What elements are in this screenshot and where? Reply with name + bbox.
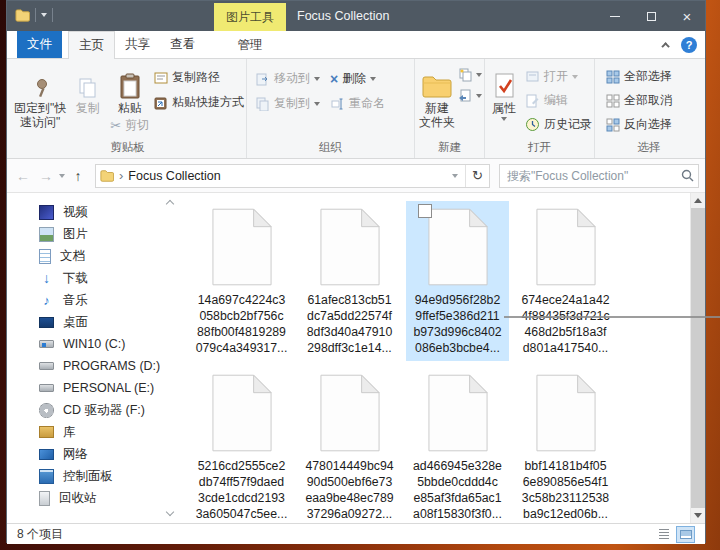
- sidebar-item-label: CD 驱动器 (F:): [63, 402, 145, 419]
- search-input[interactable]: [499, 164, 699, 188]
- open-button[interactable]: 打开: [525, 68, 592, 85]
- file-item[interactable]: 478014449bc9490d500ebf6e73eaa9be48ec7893…: [298, 367, 401, 523]
- sidebar-item-downloads[interactable]: ↓下载: [7, 267, 177, 289]
- sidebar-item-pictures[interactable]: 图片: [7, 223, 177, 245]
- file-item[interactable]: 61afec813cb51dc7a5dd22574f8df3d40a479102…: [298, 201, 401, 361]
- sidebar-item-label: WIN10 (C:): [63, 337, 126, 351]
- picture-tools-tab[interactable]: 图片工具: [214, 3, 286, 31]
- copy-to-button[interactable]: 复制到: [255, 95, 320, 112]
- maximize-button[interactable]: [633, 1, 669, 31]
- file-item[interactable]: 5216cd2555ce2db74ff57f9daed3cde1cdcd2193…: [190, 367, 293, 523]
- vertical-scrollbar[interactable]: [690, 193, 705, 523]
- sidebar-item-videos[interactable]: 视频: [7, 201, 177, 223]
- new-folder-icon: [422, 65, 452, 99]
- new-item-button[interactable]: [457, 67, 482, 82]
- scroll-down-icon[interactable]: [691, 508, 705, 523]
- sidebar-item-label: 桌面: [63, 314, 88, 331]
- sidebar-item-label: 回收站: [59, 490, 97, 507]
- sidebar-item-documents[interactable]: 文档: [7, 245, 177, 267]
- address-bar[interactable]: › Focus Collection ↻: [95, 164, 490, 188]
- cut-button[interactable]: ✂ 剪切: [110, 117, 149, 134]
- sidebar-item-music[interactable]: ♪音乐: [7, 289, 177, 311]
- paste-button[interactable]: 粘贴: [118, 62, 142, 115]
- tab-view[interactable]: 查看: [160, 31, 205, 58]
- select-all-button[interactable]: 全部选择: [605, 68, 672, 85]
- new-item-icon: [457, 67, 472, 82]
- item-count: 8 个项目: [17, 526, 63, 543]
- back-button[interactable]: ←: [13, 168, 33, 184]
- downloads-icon: ↓: [39, 271, 54, 286]
- delete-button[interactable]: × 删除: [330, 70, 385, 87]
- quick-access-toolbar: [15, 8, 53, 22]
- thumbnail-view-button[interactable]: [676, 526, 695, 543]
- invert-selection-button[interactable]: 反向选择: [605, 116, 672, 133]
- sidebar-item-drive-d[interactable]: PROGRAMS (D:): [7, 355, 177, 377]
- easy-access-icon: [457, 88, 472, 103]
- edit-button[interactable]: 编辑: [525, 92, 592, 109]
- refresh-icon[interactable]: ↻: [465, 165, 489, 187]
- sidebar-item-libraries[interactable]: 库: [7, 421, 177, 443]
- sidebar-item-cd-drive[interactable]: CD 驱动器 (F:): [7, 399, 177, 421]
- open-dropdown-icon: [572, 75, 578, 79]
- minimize-button[interactable]: [597, 1, 633, 31]
- file-item[interactable]: 14a697c4224c3058bcb2bf756c88fb00f4819289…: [190, 201, 293, 361]
- scrollbar-thumb[interactable]: [691, 208, 705, 508]
- paste-shortcut-button[interactable]: 粘贴快捷方式: [153, 94, 244, 111]
- rename-button[interactable]: 重命名: [330, 95, 385, 112]
- tab-file[interactable]: 文件: [17, 31, 62, 58]
- address-dropdown-icon[interactable]: [445, 165, 465, 187]
- sidebar-item-desktop[interactable]: 桌面: [7, 311, 177, 333]
- help-icon[interactable]: ?: [681, 37, 697, 53]
- breadcrumb[interactable]: Focus Collection: [128, 169, 220, 183]
- sidebar-item-drive-e[interactable]: PERSONAL (E:): [7, 377, 177, 399]
- sidebar-item-network[interactable]: 网络: [7, 443, 177, 465]
- scroll-up-icon[interactable]: [691, 193, 705, 208]
- copy-label: 复制: [76, 101, 100, 115]
- properties-button[interactable]: 属性: [487, 62, 521, 121]
- sidebar-item-drive-c[interactable]: WIN10 (C:): [7, 333, 177, 355]
- forward-button[interactable]: →: [36, 168, 56, 184]
- selection-checkbox[interactable]: [418, 204, 432, 218]
- tab-share[interactable]: 共享: [115, 31, 160, 58]
- file-name-line: 14a697c4224c3: [196, 292, 288, 308]
- file-name-line: 478014449bc94: [305, 458, 393, 474]
- details-view-button[interactable]: [654, 526, 673, 543]
- recycle-bin-icon: [39, 491, 50, 506]
- close-button[interactable]: ×: [669, 1, 705, 31]
- file-name-line: 3c58b23112538: [522, 490, 609, 506]
- recent-locations-icon[interactable]: [59, 174, 65, 178]
- pin-to-quick-access-button[interactable]: 固定到"快 速访问": [11, 62, 69, 129]
- easy-access-button[interactable]: [457, 88, 482, 103]
- tab-home[interactable]: 主页: [68, 31, 115, 59]
- new-folder-button[interactable]: 新建 文件夹: [417, 62, 457, 129]
- collapse-ribbon-icon[interactable]: [661, 42, 669, 50]
- file-name-line: 674ece24a1a42: [521, 292, 609, 308]
- select-none-button[interactable]: 全部取消: [605, 92, 672, 109]
- file-name-line: 94e9d956f28b2: [413, 292, 501, 308]
- up-button[interactable]: ↑: [68, 168, 88, 184]
- sidebar-scroll-down-icon[interactable]: [166, 508, 174, 516]
- documents-icon: [39, 249, 51, 264]
- copy-path-button[interactable]: 复制路径: [153, 69, 244, 86]
- sidebar-item-label: 控制面板: [63, 468, 113, 485]
- window-title: Focus Collection: [297, 1, 389, 31]
- file-name-line: 88fb00f4819289: [196, 324, 288, 340]
- file-name-line: db74ff57f9daed: [196, 474, 288, 490]
- copy-button[interactable]: 复制: [69, 62, 106, 115]
- sidebar-item-control-panel[interactable]: 控制面板: [7, 465, 177, 487]
- drive-c-icon: [39, 340, 54, 348]
- clipboard-group: 固定到"快 速访问" 复制 粘贴: [9, 59, 247, 158]
- file-item-selected[interactable]: 94e9d956f28b29ffef5e386d211b973d996c8402…: [406, 201, 509, 361]
- sidebar-item-recycle-bin[interactable]: 回收站: [7, 487, 177, 509]
- history-button[interactable]: 历史记录: [525, 116, 592, 133]
- file-item[interactable]: bbf14181b4f056e890856e54f13c58b23112538b…: [514, 367, 617, 523]
- sidebar-item-label: 库: [63, 424, 76, 441]
- file-item[interactable]: ad466945e328e5bbde0cddd4ce85af3fda65ac1a…: [406, 367, 509, 523]
- move-to-button[interactable]: 移动到: [255, 70, 320, 87]
- select-group: 全部选择 全部取消 反向选择: [595, 59, 703, 158]
- file-item[interactable]: 674ece24a1a424f88435f3d721c468d2b5f18a3f…: [514, 201, 617, 361]
- explorer-window: 图片工具 Focus Collection × 文件 主页 共享 查看 管理 ?: [6, 0, 706, 543]
- tab-manage[interactable]: 管理: [217, 31, 283, 59]
- delete-dropdown-icon: [370, 77, 376, 81]
- qat-customize-icon[interactable]: [41, 13, 47, 17]
